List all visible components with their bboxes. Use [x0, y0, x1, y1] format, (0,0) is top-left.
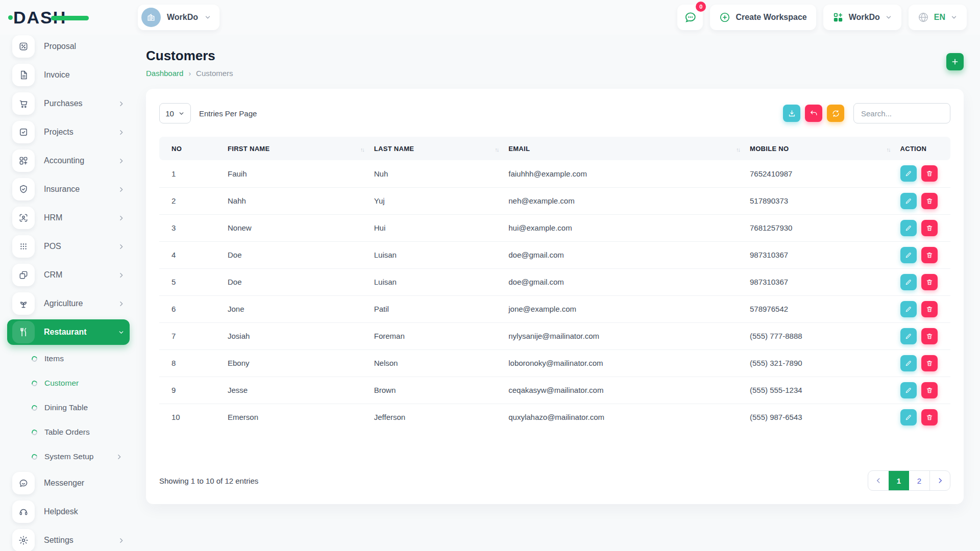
chevron-down-icon — [885, 14, 892, 21]
sidebar-item-accounting[interactable]: Accounting — [7, 146, 130, 175]
table-row: 7 Josiah Foreman nylysanije@mailinator.c… — [159, 322, 950, 349]
add-customer-button[interactable] — [946, 53, 964, 70]
delete-button[interactable] — [921, 328, 938, 344]
customers-card: 10 Entries Per Page NO — [146, 89, 964, 504]
trash-icon — [926, 170, 933, 177]
dots-grid-icon — [12, 235, 35, 258]
sidebar: Proposal Invoice Purchases Projects — [0, 35, 138, 551]
language-switcher[interactable]: EN — [909, 5, 967, 30]
fork-knife-icon — [12, 321, 35, 343]
table-row: 2 Nahh Yuj neh@example.com 517890373 — [159, 187, 950, 214]
pagination-page-2[interactable]: 2 — [909, 471, 929, 490]
messenger-button[interactable]: 0 — [677, 5, 703, 30]
pencil-icon — [905, 306, 912, 313]
chevron-right-icon — [118, 215, 125, 221]
sidebar-subitem-customer[interactable]: Customer — [7, 371, 130, 395]
globe-icon — [918, 12, 929, 23]
undo-icon — [810, 109, 818, 118]
top-header: DASH WorkDo 0 Create Workspace — [0, 0, 980, 35]
pencil-icon — [905, 279, 912, 286]
col-header-first-name[interactable]: FIRST NAME ↑↓ — [223, 137, 369, 160]
delete-button[interactable] — [921, 193, 938, 209]
sidebar-item-helpdesk[interactable]: Helpdesk — [7, 497, 130, 526]
edit-button[interactable] — [900, 328, 917, 344]
col-header-email[interactable]: EMAIL ↑↓ — [503, 137, 745, 160]
sidebar-item-projects[interactable]: Projects — [7, 118, 130, 146]
sidebar-item-pos[interactable]: POS — [7, 232, 130, 261]
delete-button[interactable] — [921, 409, 938, 425]
create-workspace-label: Create Workspace — [736, 13, 806, 22]
pencil-icon — [905, 252, 912, 259]
workspace-name: WorkDo — [167, 13, 198, 22]
entries-per-page-select[interactable]: 10 — [159, 103, 191, 123]
sidebar-item-crm[interactable]: CRM — [7, 261, 130, 289]
sidebar-item-purchases[interactable]: Purchases — [7, 89, 130, 118]
sidebar-item-hrm[interactable]: HRM — [7, 204, 130, 232]
table-row: 5 Doe Luisan doe@gmail.com 987310367 — [159, 268, 950, 295]
delete-button[interactable] — [921, 274, 938, 290]
pencil-icon — [905, 170, 912, 177]
chevron-right-icon — [937, 477, 944, 484]
export-button[interactable] — [783, 105, 800, 122]
refresh-button[interactable] — [827, 105, 844, 122]
table-row: 10 Emerson Jefferson quxylahazo@mailinat… — [159, 404, 950, 431]
reset-button[interactable] — [805, 105, 822, 122]
sidebar-item-restaurant[interactable]: Restaurant — [7, 319, 130, 345]
sidebar-item-settings[interactable]: Settings — [7, 526, 130, 551]
breadcrumb-dashboard-link[interactable]: Dashboard — [146, 69, 183, 78]
sidebar-item-agriculture[interactable]: Agriculture — [7, 289, 130, 318]
pencil-icon — [905, 360, 912, 367]
edit-button[interactable] — [900, 409, 917, 425]
chevron-left-icon — [875, 477, 882, 484]
sort-icon[interactable]: ↑↓ — [736, 146, 740, 153]
col-header-mobile-no[interactable]: MOBILE NO ↑↓ — [745, 137, 895, 160]
delete-button[interactable] — [921, 355, 938, 371]
sort-icon[interactable]: ↑↓ — [495, 146, 498, 153]
delete-button[interactable] — [921, 247, 938, 263]
delete-button[interactable] — [921, 220, 938, 236]
chevron-right-icon — [118, 186, 125, 193]
sidebar-subitem-items[interactable]: Items — [7, 346, 130, 371]
create-workspace-button[interactable]: Create Workspace — [710, 5, 816, 30]
bullet-ring-icon — [31, 429, 38, 436]
edit-button[interactable] — [900, 355, 917, 371]
headset-icon — [12, 500, 35, 523]
chevron-right-icon — [118, 158, 125, 164]
edit-button[interactable] — [900, 274, 917, 290]
sidebar-item-messenger[interactable]: Messenger — [7, 469, 130, 497]
pagination-prev-button[interactable] — [868, 471, 889, 490]
sidebar-subitem-dining-table[interactable]: Dining Table — [7, 395, 130, 420]
edit-button[interactable] — [900, 247, 917, 263]
sidebar-item-insurance[interactable]: Insurance — [7, 175, 130, 204]
pagination-next-button[interactable] — [929, 471, 950, 490]
sort-icon[interactable]: ↑↓ — [887, 146, 890, 153]
search-input[interactable] — [853, 103, 950, 123]
delete-button[interactable] — [921, 165, 938, 182]
sidebar-subitem-system-setup[interactable]: System Setup — [7, 444, 130, 469]
edit-button[interactable] — [900, 165, 917, 182]
edit-button[interactable] — [900, 220, 917, 236]
sort-icon[interactable]: ↑↓ — [360, 146, 364, 153]
table-header-row: NO FIRST NAME ↑↓ LAST NAME ↑↓ EMAIL ↑↓ — [159, 137, 950, 160]
app-logo[interactable]: DASH — [13, 8, 138, 28]
workspace-selector[interactable]: WorkDo — [138, 5, 219, 30]
main-content: Customers Dashboard › Customers 10 Entri… — [138, 35, 980, 551]
trash-icon — [926, 279, 933, 286]
org-switcher[interactable]: WorkDo — [823, 5, 901, 30]
bullet-ring-icon — [31, 380, 38, 387]
table-row: 3 Nonew Hui hui@example.com 7681257930 — [159, 214, 950, 241]
chevron-down-icon — [118, 329, 125, 336]
edit-button[interactable] — [900, 382, 917, 398]
pagination-page-1[interactable]: 1 — [889, 471, 909, 490]
chevron-down-icon — [204, 14, 211, 21]
sidebar-item-invoice[interactable]: Invoice — [7, 61, 130, 89]
sidebar-subitem-table-orders[interactable]: Table Orders — [7, 420, 130, 444]
chevron-down-icon — [178, 110, 185, 117]
edit-button[interactable] — [900, 193, 917, 209]
col-header-last-name[interactable]: LAST NAME ↑↓ — [369, 137, 504, 160]
edit-button[interactable] — [900, 301, 917, 317]
sidebar-item-proposal[interactable]: Proposal — [7, 35, 130, 61]
delete-button[interactable] — [921, 301, 938, 317]
breadcrumb-separator: › — [188, 69, 191, 78]
delete-button[interactable] — [921, 382, 938, 398]
